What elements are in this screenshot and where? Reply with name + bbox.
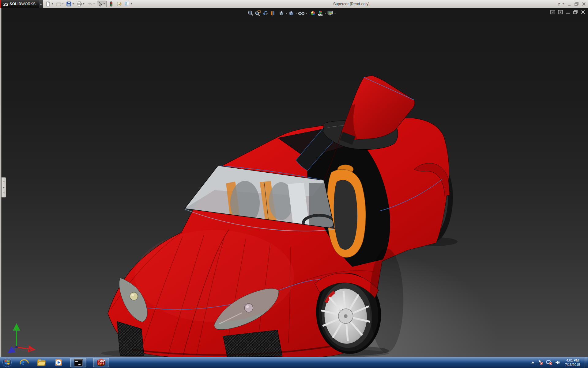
apply-scene-icon: [317, 10, 323, 16]
new-document-icon: [45, 1, 51, 7]
show-desktop-button[interactable]: [585, 357, 587, 368]
doc-restore-button[interactable]: [573, 10, 578, 14]
rebuild-traffic-light-icon: [108, 1, 114, 7]
display-style-dropdown[interactable]: ▾: [295, 12, 297, 15]
logo-text-solid: SOLID: [9, 2, 21, 6]
start-button[interactable]: [2, 358, 12, 367]
pane-left-button[interactable]: [550, 10, 556, 14]
folder-icon: [36, 358, 46, 367]
edit-appearance-button[interactable]: [309, 10, 317, 17]
file-properties-icon: [116, 1, 122, 7]
save-floppy-icon: [66, 1, 72, 7]
solidworks-app: 3S SOLIDWORKS ▸ ▾ ▾: [0, 0, 588, 368]
section-view-button[interactable]: [269, 10, 276, 17]
system-tray: 4:01 PM 7/13/2015: [531, 357, 587, 368]
taskbar-media-player[interactable]: [53, 358, 64, 367]
view-orientation-label: *Dimetric: [13, 347, 32, 352]
view-settings-button[interactable]: [326, 10, 334, 17]
hood-sheen: [135, 230, 294, 322]
print-icon: [77, 1, 82, 7]
menu-flyout-arrow[interactable]: ▸: [39, 0, 43, 8]
zoom-to-fit-icon: [247, 10, 254, 16]
3ds-logo-mark: 3S: [3, 2, 8, 7]
view-orientation-dropdown[interactable]: ▾: [285, 12, 288, 15]
taskbar-internet-explorer[interactable]: e: [19, 358, 29, 367]
minimize-button[interactable]: [567, 2, 572, 6]
undo-button[interactable]: [86, 1, 93, 7]
clock-date: 7/13/2015: [565, 362, 580, 367]
undo-icon: [87, 1, 92, 7]
clock-time: 4:01 PM: [565, 358, 580, 362]
save-dropdown[interactable]: ▾: [72, 1, 75, 7]
view-orientation-button[interactable]: [278, 10, 285, 17]
undo-dropdown: ▾: [93, 1, 96, 7]
title-bar: 3S SOLIDWORKS ▸ ▾ ▾: [0, 0, 588, 8]
hide-show-items-button[interactable]: [297, 10, 305, 17]
headsup-view-toolbar: ▾ ▾ ▾: [247, 10, 336, 17]
flank-shading: [370, 248, 403, 353]
print-dropdown[interactable]: ▾: [83, 1, 85, 7]
hide-show-dropdown[interactable]: ▾: [305, 12, 308, 15]
help-dropdown[interactable]: ▾: [562, 1, 565, 7]
solidworks-logo: 3S SOLIDWORKS: [0, 0, 39, 8]
previous-view-icon: [262, 10, 268, 16]
pane-right-button[interactable]: [558, 10, 563, 14]
options-button[interactable]: [124, 1, 130, 7]
previous-view-button[interactable]: [262, 10, 269, 17]
windows-taskbar: e: [0, 357, 588, 368]
volume-icon[interactable]: [555, 360, 560, 365]
zoom-to-area-icon: [255, 10, 261, 16]
zoom-to-area-button[interactable]: [254, 10, 262, 17]
document-window-controls: [550, 10, 586, 14]
doc-close-button[interactable]: [581, 10, 586, 14]
document-title: Supercar [Read-only]: [333, 0, 369, 8]
command-prompt-icon: [74, 358, 83, 366]
action-center-flag-icon[interactable]: [538, 360, 543, 365]
zoom-to-fit-button[interactable]: [247, 10, 254, 17]
save-button[interactable]: [66, 1, 72, 7]
supercar-model[interactable]: [0, 8, 588, 357]
file-properties-button[interactable]: [116, 1, 123, 7]
taskbar-clock[interactable]: 4:01 PM 7/13/2015: [563, 358, 582, 367]
display-style-icon: [288, 10, 294, 16]
logo-text-works: WORKS: [21, 2, 36, 6]
open-document-button[interactable]: [55, 1, 62, 7]
doc-minimize-button[interactable]: [566, 10, 571, 14]
open-dropdown: ▾: [62, 1, 64, 7]
section-view-icon: [270, 10, 276, 16]
hide-show-glasses-icon: [298, 10, 305, 16]
print-button[interactable]: [76, 1, 83, 7]
graphics-viewport[interactable]: ▾ ▾ ▾: [0, 8, 588, 357]
ie-swoosh: [19, 358, 29, 368]
windows-start-orb: [2, 358, 12, 367]
view-settings-monitor-icon: [327, 10, 333, 16]
help-button[interactable]: ?: [557, 2, 560, 6]
close-button[interactable]: [581, 2, 587, 6]
network-status-icon[interactable]: [546, 360, 552, 365]
taskbar-windows-explorer[interactable]: [36, 358, 47, 367]
select-cursor-icon: [98, 1, 103, 7]
apply-scene-dropdown[interactable]: ▾: [324, 12, 326, 15]
select-dropdown[interactable]: ▾: [103, 1, 106, 7]
edit-appearance-ball-icon: [310, 10, 316, 16]
new-document-button[interactable]: [45, 1, 51, 7]
display-style-button[interactable]: [288, 10, 295, 17]
featuremanager-expand-tab[interactable]: ◂ ◂ ◂: [2, 177, 6, 197]
media-player-icon: [54, 358, 63, 367]
taskbar-solidworks-2015[interactable]: SW 2015: [93, 358, 109, 367]
apply-scene-button[interactable]: [317, 10, 324, 17]
solidworks-2015-icon: SW 2015: [97, 358, 105, 366]
app-window-controls: ? ▾: [557, 0, 587, 8]
select-tool-button[interactable]: ▾: [97, 1, 107, 7]
view-settings-dropdown[interactable]: ▾: [334, 12, 336, 15]
hidden-icons-button[interactable]: [531, 361, 535, 364]
view-orientation-cube-icon: [278, 10, 285, 16]
options-dropdown[interactable]: ▾: [130, 1, 133, 7]
options-icon: [124, 1, 130, 7]
taskbar-command-prompt[interactable]: [70, 358, 86, 367]
new-dropdown[interactable]: ▾: [51, 1, 54, 7]
open-folder-icon: [56, 1, 61, 7]
logo-red-accent: [0, 0, 1, 8]
rebuild-button[interactable]: [108, 1, 115, 7]
restore-button[interactable]: [574, 2, 579, 6]
